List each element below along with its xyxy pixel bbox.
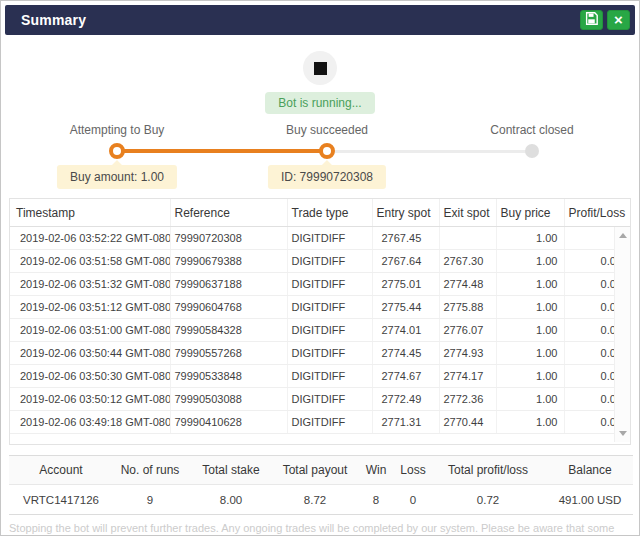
trades-column-header: Exit spot	[439, 199, 496, 227]
progress-line-active	[117, 149, 327, 153]
step-label-buy-succeeded: Buy succeeded	[286, 123, 368, 137]
stop-bot-notice: Stopping the bot will prevent further tr…	[9, 521, 631, 536]
trades-table-cell: 1.00	[496, 388, 564, 411]
trades-column-header: Trade type	[287, 199, 372, 227]
trades-table-cell: 79990584328	[170, 319, 287, 342]
step-label-attempting-to-buy: Attempting to Buy	[70, 123, 165, 137]
trades-table-cell: DIGITDIFF	[287, 388, 372, 411]
trades-table-cell: 1.00	[496, 296, 564, 319]
summary-column-header: Total stake	[187, 456, 275, 485]
trades-table-cell: DIGITDIFF	[287, 273, 372, 296]
summary-value-cell: 0.72	[429, 485, 547, 515]
trades-table-cell: 2775.88	[439, 296, 496, 319]
summary-value-cell: 8	[355, 485, 397, 515]
trades-table-cell: 2774.01	[372, 319, 439, 342]
summary-column-header: Balance	[547, 456, 633, 485]
trades-table-cell: 2776.07	[439, 319, 496, 342]
trades-table-cell: 2770.44	[439, 411, 496, 434]
trades-table-cell: DIGITDIFF	[287, 342, 372, 365]
title-bar: Summary ×	[5, 5, 635, 35]
close-button[interactable]: ×	[607, 10, 630, 30]
contract-id-tooltip: ID: 79990720308	[268, 165, 386, 189]
trades-table-cell: 1.00	[496, 250, 564, 273]
step-dot-icon	[525, 144, 539, 158]
trades-table-cell: 2019-02-06 03:50:30 GMT-0800	[10, 365, 170, 388]
trades-table-cell: DIGITDIFF	[287, 227, 372, 250]
trades-table-cell: 2774.48	[439, 273, 496, 296]
trades-header-row: TimestampReferenceTrade typeEntry spotEx…	[10, 199, 631, 227]
trades-table-cell: 2019-02-06 03:52:22 GMT-0800	[10, 227, 170, 250]
trades-table-cell: 2019-02-06 03:51:12 GMT-0800	[10, 296, 170, 319]
buy-amount-tooltip: Buy amount: 1.00	[57, 165, 177, 189]
trades-table-row: 2019-02-06 03:51:12 GMT-080079990604768D…	[10, 296, 631, 319]
trades-table-cell: 79990533848	[170, 365, 287, 388]
trades-table-cell: DIGITDIFF	[287, 411, 372, 434]
summary-column-header: Total profit/loss	[429, 456, 547, 485]
trades-table-cell: DIGITDIFF	[287, 319, 372, 342]
trades-table-cell: 2019-02-06 03:50:44 GMT-0800	[10, 342, 170, 365]
trades-table-cell: 1.00	[496, 411, 564, 434]
trades-column-header: Reference	[170, 199, 287, 227]
account-summary-table: AccountNo. of runsTotal stakeTotal payou…	[9, 455, 633, 515]
trades-table-cell: 79990720308	[170, 227, 287, 250]
trades-column-header: Profit/Loss	[564, 199, 631, 227]
trades-table-cell: 2767.30	[439, 250, 496, 273]
trades-table-row: 2019-02-06 03:51:58 GMT-080079990679388D…	[10, 250, 631, 273]
contract-progress: Attempting to Buy Buy succeeded Contract…	[5, 114, 635, 192]
trades-table-row: 2019-02-06 03:50:12 GMT-080079990503088D…	[10, 388, 631, 411]
dialog-title: Summary	[21, 12, 576, 28]
scroll-down-icon[interactable]	[619, 431, 627, 436]
table-scrollbar[interactable]	[614, 227, 630, 442]
trades-table-cell: DIGITDIFF	[287, 250, 372, 273]
summary-value-cell: 0	[397, 485, 429, 515]
trades-table-cell: 1.00	[496, 227, 564, 250]
save-button[interactable]	[580, 10, 603, 30]
summary-dialog: Summary × Bot is running... Attempting t…	[0, 0, 640, 536]
summary-value-cell: VRTC1417126	[9, 485, 113, 515]
trades-column-header: Timestamp	[10, 199, 170, 227]
trades-table-cell: DIGITDIFF	[287, 365, 372, 388]
trades-table-cell: DIGITDIFF	[287, 296, 372, 319]
trades-table-cell: 2774.67	[372, 365, 439, 388]
trades-table-cell	[439, 227, 496, 250]
trades-table-cell: 2775.44	[372, 296, 439, 319]
summary-column-header: No. of runs	[113, 456, 187, 485]
summary-column-header: Total payout	[275, 456, 355, 485]
trades-table-cell: 2774.93	[439, 342, 496, 365]
summary-column-header: Loss	[397, 456, 429, 485]
trades-table-cell: 2019-02-06 03:51:32 GMT-0800	[10, 273, 170, 296]
step-dot-icon	[109, 143, 125, 159]
trades-table-cell: 79990410628	[170, 411, 287, 434]
trades-table-cell: 79990604768	[170, 296, 287, 319]
summary-value-cell: 9	[113, 485, 187, 515]
trades-table-cell: 1.00	[496, 319, 564, 342]
trades-table-cell: 1.00	[496, 365, 564, 388]
save-icon	[585, 11, 598, 29]
trades-table-row: 2019-02-06 03:52:22 GMT-080079990720308D…	[10, 227, 631, 250]
summary-value-cell: 8.00	[187, 485, 275, 515]
progress-line-pending	[327, 150, 532, 153]
trades-table-cell: 2767.45	[372, 227, 439, 250]
trades-table-row: 2019-02-06 03:50:44 GMT-080079990557268D…	[10, 342, 631, 365]
summary-column-header: Win	[355, 456, 397, 485]
trades-table-cell: 2772.36	[439, 388, 496, 411]
trades-table-row: 2019-02-06 03:51:32 GMT-080079990637188D…	[10, 273, 631, 296]
summary-value-cell: 491.00 USD	[547, 485, 633, 515]
trades-table-cell: 79990557268	[170, 342, 287, 365]
close-icon: ×	[614, 12, 623, 27]
trades-table-cell: 2019-02-06 03:51:58 GMT-0800	[10, 250, 170, 273]
stop-icon	[314, 62, 327, 75]
trades-table-cell: 2019-02-06 03:50:12 GMT-0800	[10, 388, 170, 411]
scroll-up-icon[interactable]	[619, 233, 627, 238]
trades-table-cell: 2774.45	[372, 342, 439, 365]
step-dot-icon	[319, 143, 335, 159]
trades-table-cell: 2019-02-06 03:49:18 GMT-0800	[10, 411, 170, 434]
account-summary-container: AccountNo. of runsTotal stakeTotal payou…	[9, 455, 631, 515]
trades-column-header: Entry spot	[372, 199, 439, 227]
trades-table-cell: 79990503088	[170, 388, 287, 411]
step-label-contract-closed: Contract closed	[490, 123, 573, 137]
stop-bot-button[interactable]	[303, 51, 337, 85]
trades-column-header: Buy price	[496, 199, 564, 227]
trades-table-cell: 1.00	[496, 273, 564, 296]
summary-value-row: VRTC141712698.008.72800.72491.00 USD	[9, 485, 633, 515]
